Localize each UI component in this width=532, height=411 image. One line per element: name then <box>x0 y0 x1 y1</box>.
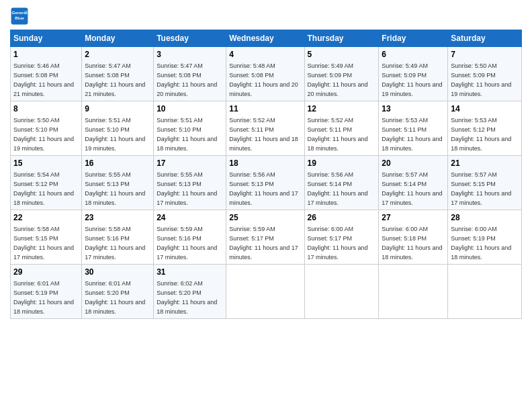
calendar-week-row: 22Sunrise: 5:58 AMSunset: 5:15 PMDayligh… <box>11 210 522 264</box>
day-detail: Sunrise: 5:52 AMSunset: 5:11 PMDaylight:… <box>308 117 368 152</box>
day-number: 1 <box>13 49 79 60</box>
calendar-cell: 4Sunrise: 5:48 AMSunset: 5:08 PMDaylight… <box>226 47 304 101</box>
day-detail: Sunrise: 5:47 AMSunset: 5:08 PMDaylight:… <box>157 62 217 97</box>
weekday-header: Sunday <box>11 30 82 47</box>
calendar-cell: 7Sunrise: 5:50 AMSunset: 5:09 PMDaylight… <box>448 47 522 101</box>
calendar-body: 1Sunrise: 5:46 AMSunset: 5:08 PMDaylight… <box>11 47 522 319</box>
page-container: General Blue SundayMondayTuesdayWednesda… <box>0 0 532 326</box>
calendar-cell <box>304 264 379 318</box>
calendar-week-row: 1Sunrise: 5:46 AMSunset: 5:08 PMDaylight… <box>11 47 522 101</box>
calendar-cell: 18Sunrise: 5:56 AMSunset: 5:13 PMDayligh… <box>226 155 304 210</box>
weekday-header: Friday <box>379 30 448 47</box>
day-detail: Sunrise: 6:00 AMSunset: 5:18 PMDaylight:… <box>382 226 442 261</box>
day-detail: Sunrise: 5:57 AMSunset: 5:14 PMDaylight:… <box>382 171 442 206</box>
calendar-cell: 27Sunrise: 6:00 AMSunset: 5:18 PMDayligh… <box>379 210 448 264</box>
day-detail: Sunrise: 5:56 AMSunset: 5:13 PMDaylight:… <box>229 171 298 206</box>
day-number: 18 <box>229 158 301 169</box>
day-number: 24 <box>157 212 223 224</box>
day-number: 13 <box>382 103 445 115</box>
day-detail: Sunrise: 5:55 AMSunset: 5:13 PMDaylight:… <box>157 171 217 206</box>
calendar-cell: 20Sunrise: 5:57 AMSunset: 5:14 PMDayligh… <box>379 155 448 210</box>
day-number: 4 <box>229 49 301 60</box>
weekday-header: Wednesday <box>226 30 304 47</box>
day-number: 29 <box>13 267 79 278</box>
calendar-cell: 13Sunrise: 5:53 AMSunset: 5:11 PMDayligh… <box>379 101 448 155</box>
calendar-cell: 29Sunrise: 6:01 AMSunset: 5:19 PMDayligh… <box>11 264 82 318</box>
day-detail: Sunrise: 5:47 AMSunset: 5:08 PMDaylight:… <box>85 62 145 97</box>
day-number: 11 <box>229 103 301 115</box>
calendar-header: SundayMondayTuesdayWednesdayThursdayFrid… <box>11 30 522 47</box>
calendar-cell: 26Sunrise: 6:00 AMSunset: 5:17 PMDayligh… <box>304 210 379 264</box>
day-detail: Sunrise: 5:53 AMSunset: 5:11 PMDaylight:… <box>382 117 442 152</box>
calendar-cell: 14Sunrise: 5:53 AMSunset: 5:12 PMDayligh… <box>448 101 522 155</box>
calendar-week-row: 8Sunrise: 5:50 AMSunset: 5:10 PMDaylight… <box>11 101 522 155</box>
day-number: 31 <box>157 267 223 278</box>
day-detail: Sunrise: 5:52 AMSunset: 5:11 PMDaylight:… <box>229 117 298 152</box>
calendar-cell: 12Sunrise: 5:52 AMSunset: 5:11 PMDayligh… <box>304 101 379 155</box>
day-detail: Sunrise: 5:48 AMSunset: 5:08 PMDaylight:… <box>229 62 298 97</box>
calendar-cell: 19Sunrise: 5:56 AMSunset: 5:14 PMDayligh… <box>304 155 379 210</box>
day-detail: Sunrise: 5:46 AMSunset: 5:08 PMDaylight:… <box>13 62 74 97</box>
day-detail: Sunrise: 6:01 AMSunset: 5:19 PMDaylight:… <box>13 280 74 315</box>
day-number: 19 <box>308 158 376 169</box>
calendar-cell: 6Sunrise: 5:49 AMSunset: 5:09 PMDaylight… <box>379 47 448 101</box>
day-detail: Sunrise: 5:58 AMSunset: 5:15 PMDaylight:… <box>13 226 74 261</box>
svg-text:General: General <box>11 10 27 15</box>
day-detail: Sunrise: 6:00 AMSunset: 5:17 PMDaylight:… <box>308 226 368 261</box>
calendar-cell <box>379 264 448 318</box>
day-number: 22 <box>13 212 79 224</box>
day-number: 21 <box>451 158 519 169</box>
day-detail: Sunrise: 5:57 AMSunset: 5:15 PMDaylight:… <box>451 171 511 206</box>
weekday-header: Tuesday <box>154 30 226 47</box>
day-number: 15 <box>13 158 79 169</box>
calendar-cell: 11Sunrise: 5:52 AMSunset: 5:11 PMDayligh… <box>226 101 304 155</box>
day-detail: Sunrise: 5:49 AMSunset: 5:09 PMDaylight:… <box>382 62 442 97</box>
calendar-week-row: 15Sunrise: 5:54 AMSunset: 5:12 PMDayligh… <box>11 155 522 210</box>
weekday-header: Monday <box>82 30 154 47</box>
calendar-cell: 10Sunrise: 5:51 AMSunset: 5:10 PMDayligh… <box>154 101 226 155</box>
day-detail: Sunrise: 5:49 AMSunset: 5:09 PMDaylight:… <box>308 62 368 97</box>
day-detail: Sunrise: 5:56 AMSunset: 5:14 PMDaylight:… <box>308 171 368 206</box>
day-detail: Sunrise: 5:59 AMSunset: 5:17 PMDaylight:… <box>229 226 298 261</box>
calendar-cell: 9Sunrise: 5:51 AMSunset: 5:10 PMDaylight… <box>82 101 154 155</box>
day-detail: Sunrise: 6:02 AMSunset: 5:20 PMDaylight:… <box>157 280 217 315</box>
day-number: 26 <box>308 212 376 224</box>
day-number: 23 <box>85 212 150 224</box>
calendar-cell: 30Sunrise: 6:01 AMSunset: 5:20 PMDayligh… <box>82 264 154 318</box>
day-number: 14 <box>451 103 519 115</box>
calendar-cell: 22Sunrise: 5:58 AMSunset: 5:15 PMDayligh… <box>11 210 82 264</box>
svg-text:Blue: Blue <box>15 15 24 20</box>
day-detail: Sunrise: 5:59 AMSunset: 5:16 PMDaylight:… <box>157 226 217 261</box>
header-row: SundayMondayTuesdayWednesdayThursdayFrid… <box>11 30 522 47</box>
day-detail: Sunrise: 6:01 AMSunset: 5:20 PMDaylight:… <box>85 280 145 315</box>
calendar-cell: 5Sunrise: 5:49 AMSunset: 5:09 PMDaylight… <box>304 47 379 101</box>
day-number: 2 <box>85 49 150 60</box>
weekday-header: Saturday <box>448 30 522 47</box>
logo-icon: General Blue <box>10 7 29 26</box>
calendar-cell: 17Sunrise: 5:55 AMSunset: 5:13 PMDayligh… <box>154 155 226 210</box>
calendar-cell: 25Sunrise: 5:59 AMSunset: 5:17 PMDayligh… <box>226 210 304 264</box>
weekday-header: Thursday <box>304 30 379 47</box>
day-detail: Sunrise: 5:58 AMSunset: 5:16 PMDaylight:… <box>85 226 145 261</box>
day-detail: Sunrise: 5:50 AMSunset: 5:09 PMDaylight:… <box>451 62 511 97</box>
day-number: 12 <box>308 103 376 115</box>
day-number: 28 <box>451 212 519 224</box>
logo: General Blue <box>10 7 32 26</box>
day-number: 27 <box>382 212 445 224</box>
day-number: 6 <box>382 49 445 60</box>
calendar-cell: 31Sunrise: 6:02 AMSunset: 5:20 PMDayligh… <box>154 264 226 318</box>
day-detail: Sunrise: 5:51 AMSunset: 5:10 PMDaylight:… <box>85 117 145 152</box>
day-number: 9 <box>85 103 150 115</box>
calendar-cell: 16Sunrise: 5:55 AMSunset: 5:13 PMDayligh… <box>82 155 154 210</box>
day-detail: Sunrise: 5:53 AMSunset: 5:12 PMDaylight:… <box>451 117 511 152</box>
day-detail: Sunrise: 5:50 AMSunset: 5:10 PMDaylight:… <box>13 117 74 152</box>
day-number: 10 <box>157 103 223 115</box>
calendar-cell: 15Sunrise: 5:54 AMSunset: 5:12 PMDayligh… <box>11 155 82 210</box>
calendar-cell <box>226 264 304 318</box>
calendar-cell: 24Sunrise: 5:59 AMSunset: 5:16 PMDayligh… <box>154 210 226 264</box>
day-detail: Sunrise: 6:00 AMSunset: 5:19 PMDaylight:… <box>451 226 511 261</box>
calendar-cell: 8Sunrise: 5:50 AMSunset: 5:10 PMDaylight… <box>11 101 82 155</box>
calendar-cell: 21Sunrise: 5:57 AMSunset: 5:15 PMDayligh… <box>448 155 522 210</box>
day-number: 3 <box>157 49 223 60</box>
day-detail: Sunrise: 5:51 AMSunset: 5:10 PMDaylight:… <box>157 117 217 152</box>
